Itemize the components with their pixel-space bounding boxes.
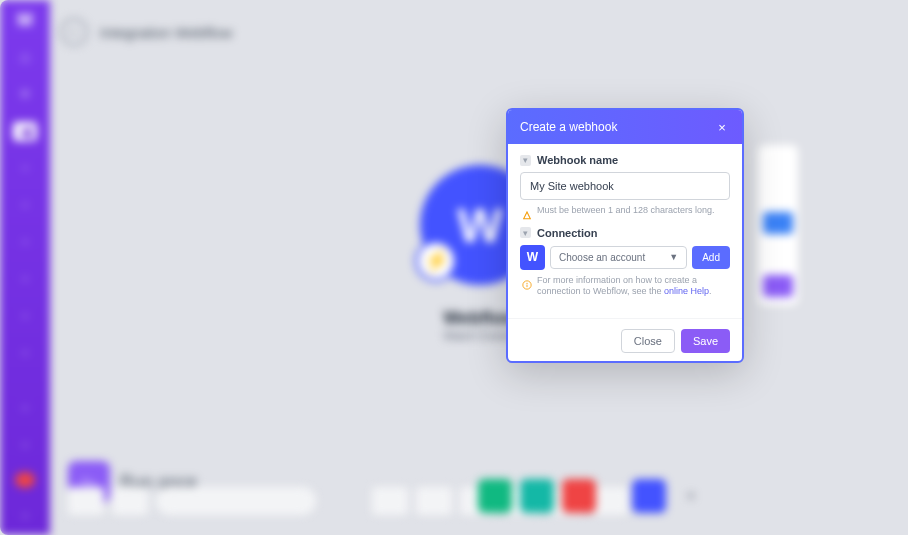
schedule-icon[interactable] [112, 487, 148, 515]
warning-icon [522, 206, 532, 216]
help-link[interactable]: online Help [664, 286, 709, 296]
key-icon[interactable]: ◦ [13, 196, 37, 215]
add-connection-button[interactable]: Add [692, 246, 730, 269]
tool-teal[interactable] [520, 479, 554, 513]
page-title: Integration Webflow [100, 24, 232, 41]
modal-title: Create a webhook [520, 120, 617, 134]
header: ← Integration Webflow [60, 18, 232, 46]
link-icon[interactable]: ◦ [13, 159, 37, 178]
webflow-icon: W [520, 245, 545, 270]
tool-webflow[interactable] [632, 479, 666, 513]
dropdown-placeholder: Choose an account [559, 252, 645, 263]
schedule-pill[interactable] [156, 487, 316, 515]
side-ok-button[interactable] [763, 275, 793, 297]
webhook-name-input[interactable] [520, 172, 730, 200]
gear-icon[interactable]: ◦ [13, 233, 37, 252]
webhook-name-hint: Must be between 1 and 128 characters lon… [537, 205, 715, 217]
control-1[interactable] [372, 487, 408, 515]
control-2[interactable] [416, 487, 452, 515]
sidebar: M ⌂ ≡ ◀ ◦ ◦ ◦ ◦ ◦ ◦ ◦ ◦ ◦ [0, 0, 50, 535]
add-tool[interactable]: + [674, 479, 708, 513]
connection-label: Connection [537, 227, 598, 239]
bell-icon[interactable]: ◦ [13, 435, 37, 454]
collapse-icon[interactable]: ▾ [520, 155, 531, 166]
connection-field: ▾ Connection W Choose an account ▼ Add F… [520, 227, 730, 298]
chevron-down-icon: ▼ [669, 252, 678, 262]
create-webhook-modal: Create a webhook × ▾ Webhook name Must b… [506, 108, 744, 363]
home-icon[interactable]: ⌂ [13, 48, 37, 67]
info-icon [522, 276, 532, 286]
blurred-background: M ⌂ ≡ ◀ ◦ ◦ ◦ ◦ ◦ ◦ ◦ ◦ ◦ ← Integration … [0, 0, 908, 535]
modal-header: Create a webhook × [508, 110, 742, 144]
tool-icons: + [478, 479, 708, 513]
close-icon[interactable]: × [714, 119, 730, 135]
connection-dropdown[interactable]: Choose an account ▼ [550, 246, 687, 269]
modal-footer: Close Save [508, 318, 742, 361]
side-add-button[interactable] [763, 212, 793, 234]
webhook-name-label: Webhook name [537, 154, 618, 166]
trigger-icon: ⚡ [415, 240, 457, 282]
svg-rect-2 [527, 284, 528, 287]
webhook-name-field: ▾ Webhook name Must be between 1 and 128… [520, 154, 730, 217]
svg-point-1 [526, 282, 527, 283]
user-avatar[interactable] [15, 472, 35, 488]
back-button[interactable]: ← [60, 18, 88, 46]
collapse-icon[interactable]: ▾ [520, 227, 531, 238]
tool-green[interactable] [478, 479, 512, 513]
grid-icon[interactable]: ◦ [13, 506, 37, 525]
list-icon[interactable]: ≡ [13, 85, 37, 104]
tool-red[interactable] [562, 479, 596, 513]
book-icon[interactable]: ◦ [13, 343, 37, 362]
modal-body: ▾ Webhook name Must be between 1 and 128… [508, 144, 742, 318]
share-icon[interactable]: ◀ [13, 122, 37, 141]
connection-hint: For more information on how to create a … [537, 275, 730, 298]
close-button[interactable]: Close [621, 329, 675, 353]
toggle[interactable] [68, 487, 104, 515]
device-icon[interactable]: ◦ [13, 307, 37, 326]
box-icon[interactable]: ◦ [13, 270, 37, 289]
info-icon[interactable]: ◦ [13, 398, 37, 417]
save-button[interactable]: Save [681, 329, 730, 353]
app-logo: M [11, 10, 39, 30]
